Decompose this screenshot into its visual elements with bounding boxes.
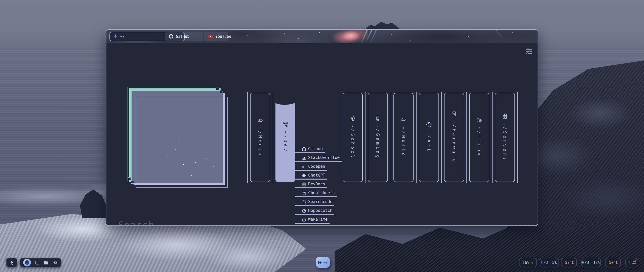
link-label: ChatGPT (308, 173, 325, 178)
book-media[interactable]: ~/Media (250, 93, 270, 182)
link-searchcode[interactable]: {} Searchcode (295, 198, 334, 206)
window-square-icon[interactable] (35, 260, 39, 265)
link-label: Cheatsheets (308, 190, 335, 195)
link-codepen[interactable]: ◈ Codepen (295, 163, 327, 171)
book-divider (247, 92, 248, 183)
active-window-indicator[interactable]: ~/ (316, 257, 330, 268)
graduation-cap-icon (350, 116, 355, 121)
gpu-usage-chip: GPU: 13% (581, 258, 601, 267)
gamepad-icon[interactable] (53, 261, 58, 264)
startpage-content: ~/Media ~/Dev ~/School (106, 43, 538, 225)
codepen-icon: ◈ (302, 165, 306, 169)
ram-value: 16% (522, 260, 529, 265)
tab-github[interactable]: GitHub (165, 32, 203, 41)
tab-youtube[interactable]: YouTube (204, 32, 228, 41)
book-hardware[interactable]: ~/Hardware (444, 93, 464, 182)
browser-window: ~/ GitHub YouTube (106, 29, 538, 226)
book-label: ~/School (350, 125, 355, 159)
art-speck (391, 34, 392, 35)
link-label: Codepen (308, 164, 325, 169)
book-divider (441, 92, 442, 183)
art-speck (298, 38, 299, 39)
art-speck (410, 40, 411, 41)
art-speck (247, 35, 248, 36)
book-music[interactable]: ♫ ~/Music (393, 93, 414, 182)
stackoverflow-icon (302, 156, 306, 160)
filter-sliders-icon[interactable] (525, 48, 533, 55)
braces-icon: {} (302, 200, 306, 204)
cpu-temp-value: 57°C (565, 260, 574, 265)
book-icon (302, 191, 306, 195)
folder-icon[interactable] (44, 261, 49, 265)
link-chatgpt[interactable]: ChatGPT (295, 172, 327, 180)
book-label: ~/Music (401, 127, 406, 157)
git-branch-icon (283, 122, 288, 127)
art-speck (319, 32, 320, 33)
github-icon (302, 147, 306, 151)
globe-icon (318, 260, 322, 264)
ram-chip-icon (531, 261, 533, 265)
art-speck (468, 36, 469, 37)
gpu-temp-value: 50°C (609, 260, 618, 265)
gpu-temp-chip: 50°C (605, 258, 621, 267)
notifications-chip[interactable]: 4 (625, 258, 638, 267)
github-icon (169, 34, 173, 39)
gpu-card-icon (451, 111, 457, 117)
book-divider (340, 92, 340, 183)
book-gaming[interactable]: ~/Gaming (368, 93, 388, 182)
browser-logo-icon (113, 34, 118, 39)
book-school[interactable]: ~/School (343, 93, 363, 182)
gpu-value: 13% (593, 260, 600, 265)
link-label: Github (308, 146, 323, 151)
cpu-temp-chip: 57°C (561, 258, 577, 267)
book-label: ~/Art (426, 131, 431, 153)
book-divider (466, 92, 467, 183)
book-label: ~/Dev (283, 131, 288, 153)
tab-label: YouTube (215, 34, 231, 39)
browser-tab-strip: ~/ GitHub YouTube (106, 30, 538, 43)
link-stackoverflow[interactable]: StackOverflow (295, 154, 342, 162)
cpu-label: CPU: (541, 260, 550, 265)
bookshelf: ~/Media ~/Dev ~/School (106, 93, 538, 182)
link-devdocs[interactable]: DevDocs (295, 181, 327, 188)
link-label: DevDocs (308, 182, 325, 186)
tab-label: GitHub (176, 34, 189, 39)
book-servers[interactable]: ~/Servers (495, 93, 515, 182)
search-input[interactable] (118, 217, 516, 226)
art-speck (284, 33, 285, 34)
resize-handle (216, 87, 219, 90)
link-label: Hoppscotch (308, 208, 332, 213)
bell-icon (632, 261, 636, 265)
link-label: StackOverflow (308, 155, 340, 160)
link-cheatsheets[interactable]: Cheatsheets (295, 190, 337, 197)
book-divider (492, 92, 493, 183)
book-divider (416, 92, 417, 183)
ram-usage-chip: 16% (519, 258, 537, 267)
book-label: ~/Linux (477, 127, 482, 157)
notification-count: 4 (628, 260, 630, 265)
gpu-label: GPU: (582, 260, 591, 265)
launcher-button[interactable] (6, 258, 17, 267)
server-rack-icon (502, 113, 508, 119)
active-window-label: ~/ (323, 260, 328, 265)
link-label: Searchcode (308, 199, 332, 204)
chat-bubble-icon (302, 174, 306, 178)
youtube-icon (208, 35, 213, 38)
book-label: ~/Gaming (375, 125, 380, 159)
link-github[interactable]: Github (295, 146, 325, 153)
book-divider (365, 92, 366, 183)
gamepad-icon (375, 116, 381, 121)
book-dev-open[interactable]: ~/Dev (275, 93, 295, 182)
book-label: ~/Media (258, 127, 263, 157)
notification-dot (635, 260, 636, 262)
book-linux[interactable]: ~/Linux (469, 93, 489, 182)
desktop-wallpaper: ~/ GitHub YouTube (0, 0, 644, 272)
book-top-edge (275, 93, 295, 102)
book-art[interactable]: ~/Art (419, 93, 439, 182)
palette-icon (426, 122, 432, 127)
cpu-usage-chip: CPU: 5% (539, 258, 559, 267)
link-hoppscotch[interactable]: Hoppscotch (295, 207, 334, 215)
book-divider (517, 92, 518, 183)
tux-icon (476, 118, 482, 123)
firefox-icon[interactable] (23, 259, 31, 266)
